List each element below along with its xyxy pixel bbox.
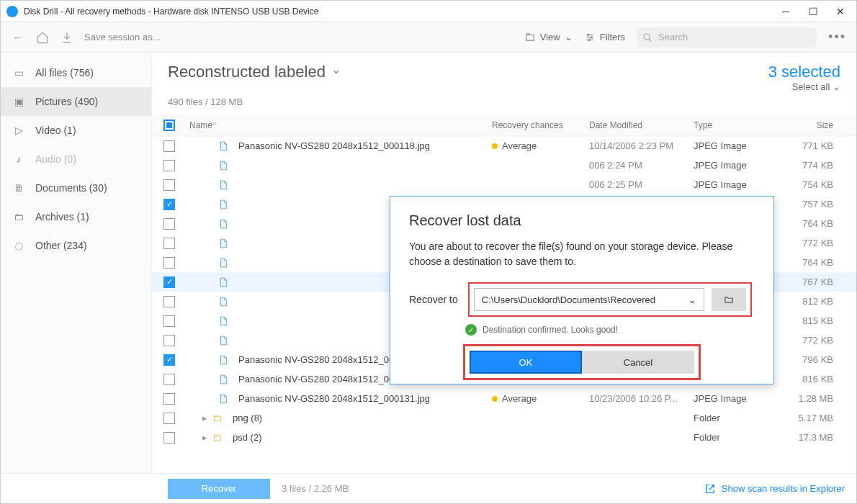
row-checkbox[interactable]: [163, 393, 175, 405]
other-icon: ◌: [12, 239, 25, 252]
audio-icon: ♪: [12, 153, 25, 166]
sidebar-item-other[interactable]: ◌Other (234): [1, 231, 151, 260]
file-icon: [218, 257, 233, 269]
row-checkbox[interactable]: ✓: [163, 276, 175, 288]
type-cell: JPEG Image: [694, 393, 773, 404]
size-cell: 812 KB: [773, 296, 845, 307]
table-row[interactable]: ▸🗀psd (2)Folder17.3 MB: [152, 428, 856, 447]
download-icon[interactable]: [60, 30, 74, 45]
ok-button[interactable]: OK: [470, 351, 582, 374]
sidebar-item-label: Documents (30): [35, 182, 107, 194]
size-cell: 767 KB: [773, 276, 845, 287]
recover-button[interactable]: Recover: [168, 479, 270, 499]
col-type[interactable]: Type: [694, 120, 773, 130]
sidebar-item-all-files[interactable]: ▭All files (756): [1, 58, 151, 87]
page-subtitle: 490 files / 128 MB: [152, 96, 856, 114]
file-icon: [218, 140, 233, 152]
table-row[interactable]: Panasonic NV-GS280 2048x1512_000131.jpgA…: [152, 389, 856, 408]
size-cell: 1.28 MB: [773, 393, 845, 404]
chevron-down-icon[interactable]: ⌄: [331, 63, 341, 76]
sidebar-item-archives[interactable]: 🗀Archives (1): [1, 202, 151, 231]
size-cell: 816 KB: [773, 374, 845, 384]
row-checkbox[interactable]: [163, 257, 175, 269]
row-checkbox[interactable]: [163, 160, 175, 171]
col-name[interactable]: Name^: [189, 120, 492, 130]
minimize-button[interactable]: ─: [779, 4, 793, 19]
row-checkbox[interactable]: [163, 335, 175, 346]
recover-info: 3 files / 2.26 MB: [282, 483, 349, 494]
destination-path: C:\Users\Ducklord\Documents\Recovered: [482, 294, 655, 305]
col-date[interactable]: Date Modified: [589, 120, 694, 130]
close-button[interactable]: ✕: [833, 4, 848, 19]
size-cell: 815 KB: [773, 315, 845, 326]
table-row[interactable]: ▸🗀png (8)Folder5.17 MB: [152, 408, 856, 428]
dialog-body: You are about to recover the file(s) fou…: [409, 239, 755, 269]
external-link-icon: [704, 483, 716, 495]
home-icon[interactable]: [35, 30, 50, 45]
folder-icon: 🗀: [212, 432, 227, 443]
recover-to-label: Recover to: [409, 294, 458, 305]
cancel-button[interactable]: Cancel: [582, 351, 694, 374]
row-checkbox[interactable]: [163, 179, 175, 191]
svg-point-2: [588, 39, 589, 40]
row-checkbox[interactable]: [163, 140, 175, 152]
expand-icon[interactable]: ▸: [202, 432, 210, 443]
sidebar-item-audio[interactable]: ♪Audio (0): [1, 145, 151, 174]
type-cell: JPEG Image: [694, 179, 773, 190]
sidebar-item-label: Pictures (490): [35, 96, 98, 107]
date-cell: 10/14/2006 2:23 PM: [589, 140, 694, 151]
header-checkbox[interactable]: [163, 120, 175, 131]
col-size[interactable]: Size: [773, 120, 845, 130]
row-checkbox[interactable]: [163, 238, 175, 249]
sidebar-item-label: Other (234): [35, 240, 87, 251]
size-cell: 764 KB: [773, 218, 845, 229]
maximize-button[interactable]: ☐: [806, 4, 820, 19]
sidebar-item-label: All files (756): [35, 67, 94, 78]
file-name: psd (2): [233, 432, 261, 443]
sidebar-item-documents[interactable]: 🗎Documents (30): [1, 174, 151, 202]
table-row[interactable]: Panasonic NV-GS280 2048x1512_000118.jpgA…: [152, 136, 856, 156]
files-icon: ▭: [12, 66, 25, 79]
size-cell: 754 KB: [773, 179, 845, 190]
recover-dialog: Recover lost data You are about to recov…: [390, 196, 774, 384]
search-placeholder: Search: [658, 32, 688, 42]
dialog-title: Recover lost data: [409, 212, 755, 229]
row-checkbox[interactable]: [163, 432, 175, 444]
back-icon[interactable]: ←: [11, 30, 25, 45]
sliders-icon: [584, 32, 596, 42]
col-recovery[interactable]: Recovery chances: [492, 120, 589, 130]
search-input[interactable]: Search: [637, 27, 817, 48]
row-checkbox[interactable]: [163, 374, 175, 385]
sort-indicator-icon: ^: [212, 120, 217, 130]
show-in-explorer-link[interactable]: Show scan results in Explorer: [704, 483, 845, 495]
filters-label: Filters: [600, 32, 625, 42]
destination-highlight-box: C:\Users\Ducklord\Documents\Recovered ⌄: [468, 282, 752, 317]
filters-button[interactable]: Filters: [584, 32, 625, 42]
app-icon: [6, 6, 18, 17]
row-checkbox[interactable]: ✓: [163, 354, 175, 366]
destination-dropdown[interactable]: C:\Users\Ducklord\Documents\Recovered ⌄: [474, 288, 704, 311]
table-row[interactable]: 006 2:24 PMJPEG Image774 KB: [152, 156, 856, 175]
view-label: View: [540, 32, 560, 42]
sidebar-item-video[interactable]: ▷Video (1): [1, 116, 151, 145]
svg-point-3: [644, 33, 650, 39]
sidebar-item-pictures[interactable]: ▣Pictures (490): [1, 87, 151, 116]
row-checkbox[interactable]: [163, 315, 175, 327]
expand-icon[interactable]: ▸: [202, 413, 210, 423]
row-checkbox[interactable]: ✓: [163, 199, 175, 210]
page-title[interactable]: Reconstructed labeled: [168, 63, 326, 81]
row-checkbox[interactable]: [163, 218, 175, 230]
chevron-down-icon: ⌄: [565, 32, 573, 42]
browse-button[interactable]: [712, 288, 746, 311]
recovery-cell: Average: [492, 140, 589, 151]
more-menu-icon[interactable]: •••: [828, 30, 846, 45]
table-row[interactable]: 006 2:25 PMJPEG Image754 KB: [152, 175, 856, 194]
select-all-link[interactable]: Select all ⌄: [768, 81, 840, 92]
file-icon: [218, 238, 233, 249]
view-dropdown[interactable]: View ⌄: [524, 32, 573, 42]
row-checkbox[interactable]: [163, 413, 175, 424]
file-icon: [218, 315, 233, 327]
size-cell: 764 KB: [773, 257, 845, 268]
row-checkbox[interactable]: [163, 296, 175, 307]
save-session-label[interactable]: Save session as...: [84, 32, 161, 42]
